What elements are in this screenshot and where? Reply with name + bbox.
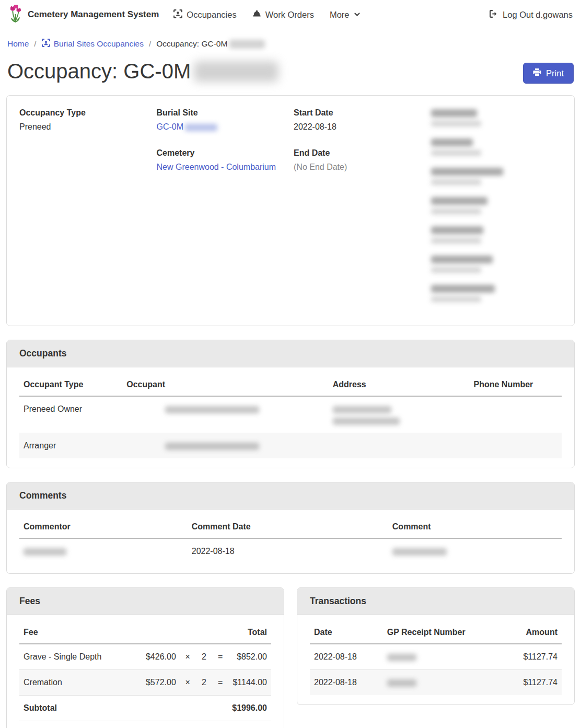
- start-date-label: Start Date: [294, 108, 425, 118]
- occupant-cell: [122, 396, 328, 433]
- occupant-type-cell: Preneed Owner: [19, 396, 122, 433]
- fee-times-cell: ×: [180, 644, 195, 670]
- comments-card: Comments Commentor Comment Date Comment …: [6, 482, 575, 574]
- amount-cell: $1127.74: [498, 670, 562, 696]
- column-header: Phone Number: [470, 373, 562, 396]
- occupancy-type-value: Preneed: [19, 122, 150, 132]
- fees-card: Fees Fee Total: [6, 587, 284, 728]
- table-row: Grave - Single Depth $426.00 × 2 = $852.…: [19, 644, 271, 670]
- breadcrumb-separator: /: [149, 39, 151, 49]
- fee-eq-cell: =: [213, 644, 228, 670]
- fee-total-cell: $1144.00: [228, 670, 271, 696]
- breadcrumb-occupancies-label: Burial Sites Occupancies: [54, 39, 144, 49]
- column-header: Amount: [498, 620, 562, 644]
- nav-label-more: More: [330, 10, 350, 20]
- transactions-section-title: Transactions: [297, 588, 574, 615]
- page-title: Occupancy: GC-0M: [7, 60, 278, 83]
- transactions-card: Transactions Date GP Receipt Number Amou…: [297, 587, 575, 705]
- redacted-field: [431, 167, 562, 186]
- breadcrumb: Home / Burial Sites Occupancies / Occupa…: [0, 29, 581, 56]
- column-header: Total: [228, 620, 271, 644]
- top-navbar: Cemetery Management System Occupancies: [0, 0, 581, 29]
- table-row: 2022-08-18: [19, 538, 562, 564]
- burial-site-label: Burial Site: [157, 108, 288, 118]
- comment-cell: [388, 538, 562, 564]
- end-date-label: End Date: [294, 148, 425, 158]
- column-header: Address: [329, 373, 470, 396]
- details-column-3: Start Date 2022-08-18 End Date (No End D…: [294, 108, 425, 313]
- table-row: Cremation $572.00 × 2 = $1144.00: [19, 670, 271, 696]
- redacted-text: [24, 548, 66, 556]
- nav-links: Occupancies Work Orders More: [173, 9, 489, 20]
- transaction-date-cell: 2022-08-18: [310, 670, 383, 696]
- fee-unit-cell: $572.00: [135, 670, 180, 696]
- redacted-text: [333, 418, 400, 425]
- breadcrumb-home-label: Home: [7, 39, 29, 49]
- redacted-text: [387, 679, 416, 687]
- tulips-logo-icon: [8, 4, 22, 26]
- commentor-cell: [19, 538, 188, 564]
- column-header: Fee: [19, 620, 135, 644]
- comment-date-cell: 2022-08-18: [188, 538, 388, 564]
- breadcrumb-current: Occupancy: GC-0M: [156, 39, 265, 49]
- column-header: Comment: [388, 515, 562, 538]
- end-date-value: (No End Date): [294, 163, 425, 172]
- nav-item-more[interactable]: More: [330, 10, 361, 20]
- occupancy-details-card: Occupancy Type Preneed Burial Site GC-0M…: [6, 95, 575, 326]
- phone-cell: [470, 396, 562, 433]
- comments-section-title: Comments: [7, 482, 574, 510]
- tax-label: Tax: [19, 721, 228, 728]
- fee-name-cell: Grave - Single Depth: [19, 644, 135, 670]
- occupant-cell: [122, 433, 328, 459]
- breadcrumb-occupancies-link[interactable]: Burial Sites Occupancies: [42, 39, 144, 49]
- phone-cell: [470, 433, 562, 459]
- column-header: Occupant Type: [19, 373, 122, 396]
- redacted-field: [431, 284, 562, 303]
- redacted-text: [387, 654, 416, 661]
- fee-times-cell: ×: [180, 670, 195, 696]
- address-cell: [329, 396, 470, 433]
- cemetery-label: Cemetery: [157, 148, 288, 158]
- amount-cell: $1127.74: [498, 644, 562, 670]
- page-header: Occupancy: GC-0M Print: [0, 56, 581, 95]
- sign-out-icon: [489, 9, 498, 20]
- subtotal-value: $1996.00: [228, 696, 271, 721]
- redacted-field: [431, 255, 562, 273]
- print-button[interactable]: Print: [523, 63, 574, 84]
- redacted-text: [165, 406, 259, 413]
- redacted-field: [431, 196, 562, 215]
- receipt-number-cell: [383, 644, 499, 670]
- details-column-2: Burial Site GC-0M Cemetery New Greenwood…: [157, 108, 288, 313]
- app-brand[interactable]: Cemetery Management System: [8, 4, 159, 26]
- fees-table: Fee Total Grave - Single Depth $426.00: [19, 620, 271, 728]
- app-title: Cemetery Management System: [28, 9, 159, 20]
- occupancy-type-label: Occupancy Type: [19, 108, 150, 118]
- table-row: Arranger: [19, 433, 562, 459]
- occupants-table: Occupant Type Occupant Address Phone Num…: [19, 373, 562, 458]
- cemetery-link[interactable]: New Greenwood - Columbarium: [157, 163, 276, 171]
- occupant-type-cell: Arranger: [19, 433, 122, 459]
- fee-total-cell: $852.00: [228, 644, 271, 670]
- logout-button[interactable]: Log Out d.gowans: [489, 9, 573, 20]
- fee-qty-cell: 2: [195, 670, 213, 696]
- subtotal-row: Subtotal $1996.00: [19, 696, 271, 721]
- fee-unit-cell: $426.00: [135, 644, 180, 670]
- redacted-field: [431, 137, 562, 156]
- column-header: Date: [310, 620, 383, 644]
- receipt-number-cell: [383, 670, 499, 696]
- nav-item-work-orders[interactable]: Work Orders: [252, 9, 314, 20]
- redacted-field: [431, 108, 562, 127]
- breadcrumb-home-link[interactable]: Home: [7, 39, 29, 49]
- tax-row: Tax $259.48: [19, 721, 271, 728]
- comments-table: Commentor Comment Date Comment 2022-08-1…: [19, 515, 562, 564]
- chevron-down-icon: [354, 10, 361, 20]
- transaction-date-cell: 2022-08-18: [310, 644, 383, 670]
- details-column-4-redacted: [431, 108, 562, 313]
- burial-site-link[interactable]: GC-0M: [157, 122, 218, 131]
- nav-item-occupancies[interactable]: Occupancies: [173, 9, 236, 20]
- redacted-field: [431, 225, 562, 244]
- occupants-card: Occupants Occupant Type Occupant Address…: [6, 340, 575, 468]
- redacted-text: [333, 406, 391, 413]
- occupants-section-title: Occupants: [7, 340, 574, 367]
- nav-label-occupancies: Occupancies: [187, 10, 236, 20]
